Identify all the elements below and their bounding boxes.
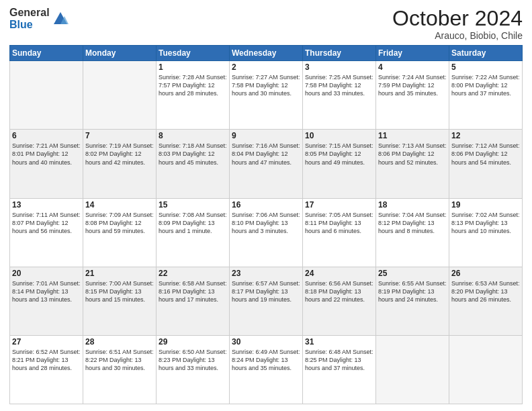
day-number: 19 [451,200,520,210]
day-info: Sunrise: 6:57 AM Sunset: 8:17 PM Dayligh… [232,279,300,304]
day-info: Sunrise: 7:15 AM Sunset: 8:05 PM Dayligh… [305,142,373,166]
day-info: Sunrise: 6:48 AM Sunset: 8:25 PM Dayligh… [305,348,373,372]
day-info: Sunrise: 7:22 AM Sunset: 8:00 PM Dayligh… [451,73,520,97]
day-info: Sunrise: 7:00 AM Sunset: 8:15 PM Dayligh… [85,279,154,304]
day-number: 29 [159,337,227,347]
day-info: Sunrise: 7:18 AM Sunset: 8:03 PM Dayligh… [159,142,227,166]
day-number: 15 [159,200,227,210]
col-sunday: Sunday [10,46,83,61]
day-info: Sunrise: 6:51 AM Sunset: 8:22 PM Dayligh… [85,348,154,372]
day-info: Sunrise: 7:16 AM Sunset: 8:04 PM Dayligh… [232,142,300,166]
day-info: Sunrise: 7:08 AM Sunset: 8:09 PM Dayligh… [159,211,227,235]
day-info: Sunrise: 7:11 AM Sunset: 8:07 PM Dayligh… [12,211,81,235]
day-number: 13 [12,200,81,210]
day-number: 25 [378,269,447,278]
table-row: 13Sunrise: 7:11 AM Sunset: 8:07 PM Dayli… [10,198,83,267]
day-info: Sunrise: 7:27 AM Sunset: 7:58 PM Dayligh… [232,73,300,97]
day-info: Sunrise: 7:12 AM Sunset: 8:06 PM Dayligh… [451,142,520,166]
calendar-page: General Blue October 2024 Arauco, Biobio… [0,0,532,411]
logo-general: General [9,7,50,19]
table-row: 10Sunrise: 7:15 AM Sunset: 8:05 PM Dayli… [303,130,376,198]
day-info: Sunrise: 7:25 AM Sunset: 7:58 PM Dayligh… [305,73,373,97]
table-row: 23Sunrise: 6:57 AM Sunset: 8:17 PM Dayli… [230,267,303,335]
day-info: Sunrise: 7:13 AM Sunset: 8:06 PM Dayligh… [378,142,447,166]
day-number: 26 [451,269,520,278]
table-row: 4Sunrise: 7:24 AM Sunset: 7:59 PM Daylig… [376,61,449,130]
day-number: 2 [232,62,300,72]
day-number: 21 [85,269,154,278]
day-number: 12 [451,131,520,140]
day-number: 20 [12,269,81,278]
day-info: Sunrise: 7:05 AM Sunset: 8:11 PM Dayligh… [305,211,373,235]
col-friday: Friday [376,46,449,61]
calendar-week-row: 1Sunrise: 7:28 AM Sunset: 7:57 PM Daylig… [10,61,523,130]
day-info: Sunrise: 6:49 AM Sunset: 8:24 PM Dayligh… [232,348,300,372]
month-title: October 2024 [392,7,523,30]
day-number: 3 [305,62,373,72]
day-info: Sunrise: 6:50 AM Sunset: 8:23 PM Dayligh… [159,348,227,372]
table-row [449,335,523,404]
day-info: Sunrise: 7:19 AM Sunset: 8:02 PM Dayligh… [85,142,154,166]
day-number: 6 [12,131,81,140]
table-row: 22Sunrise: 6:58 AM Sunset: 8:16 PM Dayli… [157,267,230,335]
day-number: 10 [305,131,373,140]
day-info: Sunrise: 7:01 AM Sunset: 8:14 PM Dayligh… [12,279,81,304]
day-number: 14 [85,200,154,210]
logo-blue: Blue [9,19,50,31]
table-row: 1Sunrise: 7:28 AM Sunset: 7:57 PM Daylig… [157,61,230,130]
day-number: 11 [378,131,447,140]
table-row: 11Sunrise: 7:13 AM Sunset: 8:06 PM Dayli… [376,130,449,198]
table-row: 2Sunrise: 7:27 AM Sunset: 7:58 PM Daylig… [230,61,303,130]
table-row [83,61,157,130]
calendar-week-row: 20Sunrise: 7:01 AM Sunset: 8:14 PM Dayli… [10,267,523,335]
table-row: 20Sunrise: 7:01 AM Sunset: 8:14 PM Dayli… [10,267,83,335]
day-number: 30 [232,337,300,347]
header: General Blue October 2024 Arauco, Biobio… [9,7,523,41]
calendar-week-row: 13Sunrise: 7:11 AM Sunset: 8:07 PM Dayli… [10,198,523,267]
table-row: 24Sunrise: 6:56 AM Sunset: 8:18 PM Dayli… [303,267,376,335]
day-number: 5 [451,62,520,72]
day-info: Sunrise: 7:04 AM Sunset: 8:12 PM Dayligh… [378,211,447,235]
day-number: 9 [232,131,300,140]
table-row: 26Sunrise: 6:53 AM Sunset: 8:20 PM Dayli… [449,267,523,335]
table-row: 9Sunrise: 7:16 AM Sunset: 8:04 PM Daylig… [230,130,303,198]
col-wednesday: Wednesday [230,46,303,61]
calendar-table: Sunday Monday Tuesday Wednesday Thursday… [9,45,523,404]
table-row: 3Sunrise: 7:25 AM Sunset: 7:58 PM Daylig… [303,61,376,130]
col-tuesday: Tuesday [157,46,230,61]
title-block: October 2024 Arauco, Biobio, Chile [392,7,523,41]
day-number: 17 [305,200,373,210]
day-number: 4 [378,62,447,72]
table-row: 17Sunrise: 7:05 AM Sunset: 8:11 PM Dayli… [303,198,376,267]
day-info: Sunrise: 6:52 AM Sunset: 8:21 PM Dayligh… [12,348,81,372]
calendar-week-row: 6Sunrise: 7:21 AM Sunset: 8:01 PM Daylig… [10,130,523,198]
day-info: Sunrise: 6:58 AM Sunset: 8:16 PM Dayligh… [159,279,227,304]
day-info: Sunrise: 7:09 AM Sunset: 8:08 PM Dayligh… [85,211,154,235]
day-number: 22 [159,269,227,278]
col-thursday: Thursday [303,46,376,61]
day-number: 24 [305,269,373,278]
day-number: 1 [159,62,227,72]
col-saturday: Saturday [449,46,523,61]
calendar-header-row: Sunday Monday Tuesday Wednesday Thursday… [10,46,523,61]
table-row: 6Sunrise: 7:21 AM Sunset: 8:01 PM Daylig… [10,130,83,198]
day-number: 23 [232,269,300,278]
day-number: 8 [159,131,227,140]
logo: General Blue [9,7,70,30]
table-row: 5Sunrise: 7:22 AM Sunset: 8:00 PM Daylig… [449,61,523,130]
day-number: 28 [85,337,154,347]
table-row: 21Sunrise: 7:00 AM Sunset: 8:15 PM Dayli… [83,267,157,335]
day-info: Sunrise: 6:53 AM Sunset: 8:20 PM Dayligh… [451,279,520,304]
col-monday: Monday [83,46,157,61]
table-row: 8Sunrise: 7:18 AM Sunset: 8:03 PM Daylig… [157,130,230,198]
table-row: 15Sunrise: 7:08 AM Sunset: 8:09 PM Dayli… [157,198,230,267]
day-info: Sunrise: 6:56 AM Sunset: 8:18 PM Dayligh… [305,279,373,304]
day-info: Sunrise: 7:06 AM Sunset: 8:10 PM Dayligh… [232,211,300,235]
day-info: Sunrise: 7:21 AM Sunset: 8:01 PM Dayligh… [12,142,81,166]
day-number: 18 [378,200,447,210]
table-row: 7Sunrise: 7:19 AM Sunset: 8:02 PM Daylig… [83,130,157,198]
table-row: 30Sunrise: 6:49 AM Sunset: 8:24 PM Dayli… [230,335,303,404]
day-info: Sunrise: 6:55 AM Sunset: 8:19 PM Dayligh… [378,279,447,304]
location-title: Arauco, Biobio, Chile [392,30,523,41]
day-info: Sunrise: 7:24 AM Sunset: 7:59 PM Dayligh… [378,73,447,97]
